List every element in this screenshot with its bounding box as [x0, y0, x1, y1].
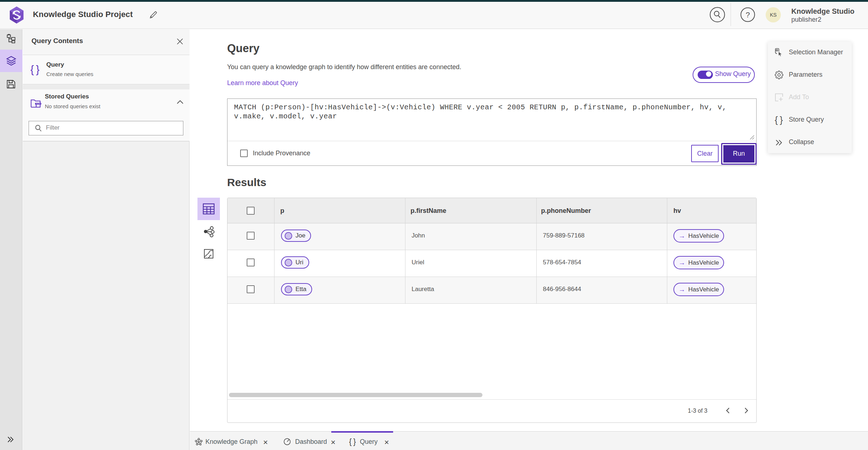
svg-text:?: ?	[746, 10, 750, 19]
